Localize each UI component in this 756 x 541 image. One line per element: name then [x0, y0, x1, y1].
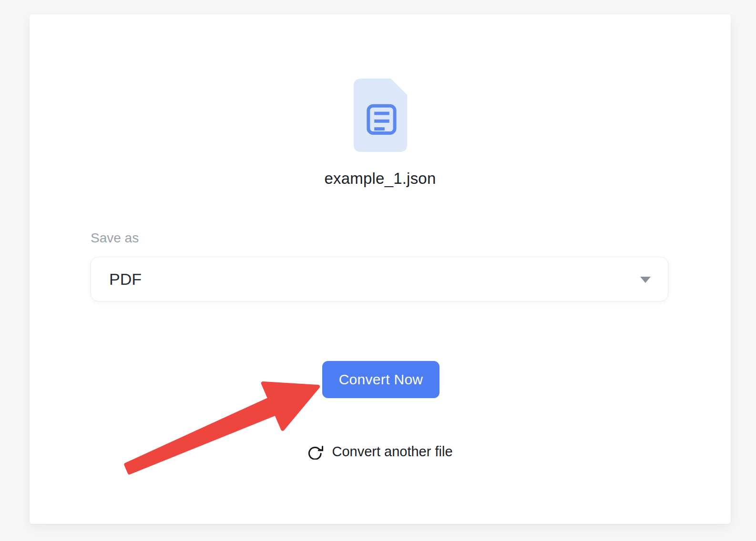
file-document-icon [353, 79, 408, 152]
page-background: example_1.json Save as PDF Convert Now C… [0, 0, 756, 541]
format-select-dropdown[interactable]: PDF [91, 257, 668, 301]
format-select-value: PDF [109, 270, 142, 289]
chevron-down-icon [640, 277, 651, 283]
refresh-icon [307, 444, 323, 460]
convert-now-button[interactable]: Convert Now [322, 361, 439, 398]
converter-card: example_1.json Save as PDF Convert Now C… [30, 14, 731, 524]
convert-another-file-link[interactable]: Convert another file [30, 444, 731, 460]
convert-another-label: Convert another file [332, 444, 452, 460]
file-name: example_1.json [30, 170, 731, 188]
save-as-label: Save as [91, 230, 139, 246]
